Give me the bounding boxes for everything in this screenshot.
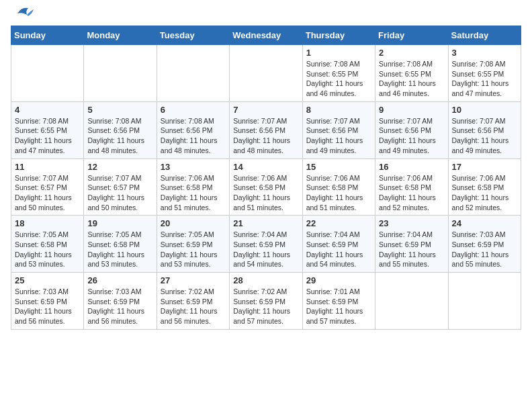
calendar-cell: 29Sunrise: 7:01 AM Sunset: 6:59 PM Dayli…: [302, 273, 375, 330]
calendar-cell: 3Sunrise: 7:08 AM Sunset: 6:55 PM Daylig…: [448, 45, 521, 102]
day-info: Sunrise: 7:03 AM Sunset: 6:59 PM Dayligh…: [452, 230, 517, 269]
logo: [11, 11, 34, 20]
calendar-cell: [157, 45, 229, 102]
calendar-cell: 1Sunrise: 7:08 AM Sunset: 6:55 PM Daylig…: [302, 45, 375, 102]
day-number: 10: [452, 105, 517, 115]
day-number: 21: [233, 218, 298, 228]
calendar-header-row: SundayMondayTuesdayWednesdayThursdayFrid…: [11, 26, 521, 45]
day-number: 5: [87, 105, 152, 115]
day-number: 27: [161, 275, 226, 285]
calendar-cell: 4Sunrise: 7:08 AM Sunset: 6:55 PM Daylig…: [11, 101, 84, 158]
calendar-cell: [11, 45, 84, 102]
calendar-cell: 18Sunrise: 7:05 AM Sunset: 6:58 PM Dayli…: [11, 216, 84, 273]
day-info: Sunrise: 7:07 AM Sunset: 6:56 PM Dayligh…: [379, 116, 444, 156]
day-info: Sunrise: 7:07 AM Sunset: 6:56 PM Dayligh…: [452, 116, 517, 156]
day-info: Sunrise: 7:08 AM Sunset: 6:56 PM Dayligh…: [87, 116, 152, 156]
day-number: 9: [379, 105, 444, 115]
day-info: Sunrise: 7:04 AM Sunset: 6:59 PM Dayligh…: [379, 230, 444, 269]
day-info: Sunrise: 7:02 AM Sunset: 6:59 PM Dayligh…: [161, 287, 226, 326]
day-info: Sunrise: 7:07 AM Sunset: 6:56 PM Dayligh…: [233, 116, 298, 156]
col-header-saturday: Saturday: [448, 26, 521, 45]
calendar-cell: 28Sunrise: 7:02 AM Sunset: 6:59 PM Dayli…: [230, 273, 302, 330]
day-info: Sunrise: 7:06 AM Sunset: 6:58 PM Dayligh…: [306, 173, 371, 213]
calendar-week-row: 1Sunrise: 7:08 AM Sunset: 6:55 PM Daylig…: [11, 45, 521, 102]
calendar-cell: 19Sunrise: 7:05 AM Sunset: 6:58 PM Dayli…: [84, 216, 157, 273]
calendar-cell: 10Sunrise: 7:07 AM Sunset: 6:56 PM Dayli…: [448, 101, 521, 158]
day-info: Sunrise: 7:08 AM Sunset: 6:56 PM Dayligh…: [161, 116, 226, 156]
day-number: 8: [306, 105, 371, 115]
day-info: Sunrise: 7:03 AM Sunset: 6:59 PM Dayligh…: [87, 287, 152, 326]
calendar-cell: 11Sunrise: 7:07 AM Sunset: 6:57 PM Dayli…: [11, 158, 84, 216]
day-info: Sunrise: 7:08 AM Sunset: 6:55 PM Dayligh…: [15, 116, 80, 156]
calendar-cell: 24Sunrise: 7:03 AM Sunset: 6:59 PM Dayli…: [448, 216, 521, 273]
day-info: Sunrise: 7:07 AM Sunset: 6:56 PM Dayligh…: [306, 116, 371, 156]
day-info: Sunrise: 7:01 AM Sunset: 6:59 PM Dayligh…: [306, 287, 371, 326]
day-number: 23: [379, 218, 444, 228]
day-info: Sunrise: 7:07 AM Sunset: 6:57 PM Dayligh…: [87, 173, 152, 213]
calendar-week-row: 11Sunrise: 7:07 AM Sunset: 6:57 PM Dayli…: [11, 158, 521, 216]
calendar-cell: 7Sunrise: 7:07 AM Sunset: 6:56 PM Daylig…: [230, 101, 302, 158]
day-number: 1: [306, 48, 371, 58]
calendar-cell: 15Sunrise: 7:06 AM Sunset: 6:58 PM Dayli…: [302, 158, 375, 216]
col-header-sunday: Sunday: [11, 26, 84, 45]
calendar-cell: 6Sunrise: 7:08 AM Sunset: 6:56 PM Daylig…: [157, 101, 229, 158]
calendar-cell: 8Sunrise: 7:07 AM Sunset: 6:56 PM Daylig…: [302, 101, 375, 158]
day-number: 11: [15, 162, 80, 172]
day-number: 24: [452, 218, 517, 228]
day-info: Sunrise: 7:06 AM Sunset: 6:58 PM Dayligh…: [233, 173, 298, 213]
calendar-cell: 25Sunrise: 7:03 AM Sunset: 6:59 PM Dayli…: [11, 273, 84, 330]
day-info: Sunrise: 7:05 AM Sunset: 6:58 PM Dayligh…: [15, 230, 80, 269]
day-number: 6: [161, 105, 226, 115]
col-header-wednesday: Wednesday: [230, 26, 302, 45]
calendar-cell: 2Sunrise: 7:08 AM Sunset: 6:55 PM Daylig…: [375, 45, 448, 102]
day-info: Sunrise: 7:02 AM Sunset: 6:59 PM Dayligh…: [233, 287, 298, 326]
day-number: 7: [233, 105, 298, 115]
calendar-cell: 23Sunrise: 7:04 AM Sunset: 6:59 PM Dayli…: [375, 216, 448, 273]
col-header-friday: Friday: [375, 26, 448, 45]
calendar-cell: 16Sunrise: 7:06 AM Sunset: 6:58 PM Dayli…: [375, 158, 448, 216]
calendar-cell: 26Sunrise: 7:03 AM Sunset: 6:59 PM Dayli…: [84, 273, 157, 330]
day-info: Sunrise: 7:03 AM Sunset: 6:59 PM Dayligh…: [15, 287, 80, 326]
calendar-cell: 14Sunrise: 7:06 AM Sunset: 6:58 PM Dayli…: [230, 158, 302, 216]
day-info: Sunrise: 7:05 AM Sunset: 6:59 PM Dayligh…: [161, 230, 226, 269]
day-number: 13: [161, 162, 226, 172]
day-info: Sunrise: 7:08 AM Sunset: 6:55 PM Dayligh…: [306, 59, 371, 99]
calendar-cell: [230, 45, 302, 102]
day-number: 14: [233, 162, 298, 172]
calendar-cell: 21Sunrise: 7:04 AM Sunset: 6:59 PM Dayli…: [230, 216, 302, 273]
day-number: 2: [379, 48, 444, 58]
day-info: Sunrise: 7:07 AM Sunset: 6:57 PM Dayligh…: [15, 173, 80, 213]
day-number: 29: [306, 275, 371, 285]
day-number: 22: [306, 218, 371, 228]
calendar-cell: 20Sunrise: 7:05 AM Sunset: 6:59 PM Dayli…: [157, 216, 229, 273]
calendar-week-row: 25Sunrise: 7:03 AM Sunset: 6:59 PM Dayli…: [11, 273, 521, 330]
day-info: Sunrise: 7:08 AM Sunset: 6:55 PM Dayligh…: [379, 59, 444, 99]
calendar-cell: 22Sunrise: 7:04 AM Sunset: 6:59 PM Dayli…: [302, 216, 375, 273]
day-number: 25: [15, 275, 80, 285]
day-number: 16: [379, 162, 444, 172]
calendar-cell: 5Sunrise: 7:08 AM Sunset: 6:56 PM Daylig…: [84, 101, 157, 158]
day-number: 18: [15, 218, 80, 228]
page-header: [11, 11, 521, 20]
day-number: 19: [87, 218, 152, 228]
day-info: Sunrise: 7:04 AM Sunset: 6:59 PM Dayligh…: [306, 230, 371, 269]
calendar-cell: 27Sunrise: 7:02 AM Sunset: 6:59 PM Dayli…: [157, 273, 229, 330]
day-number: 15: [306, 162, 371, 172]
calendar-cell: 17Sunrise: 7:06 AM Sunset: 6:58 PM Dayli…: [448, 158, 521, 216]
day-number: 17: [452, 162, 517, 172]
day-info: Sunrise: 7:04 AM Sunset: 6:59 PM Dayligh…: [233, 230, 298, 269]
day-info: Sunrise: 7:06 AM Sunset: 6:58 PM Dayligh…: [452, 173, 517, 213]
day-number: 26: [87, 275, 152, 285]
col-header-thursday: Thursday: [302, 26, 375, 45]
calendar-table: SundayMondayTuesdayWednesdayThursdayFrid…: [11, 26, 521, 330]
day-number: 12: [87, 162, 152, 172]
day-number: 4: [15, 105, 80, 115]
day-number: 3: [452, 48, 517, 58]
calendar-cell: 13Sunrise: 7:06 AM Sunset: 6:58 PM Dayli…: [157, 158, 229, 216]
calendar-cell: [375, 273, 448, 330]
calendar-cell: 12Sunrise: 7:07 AM Sunset: 6:57 PM Dayli…: [84, 158, 157, 216]
calendar-cell: 9Sunrise: 7:07 AM Sunset: 6:56 PM Daylig…: [375, 101, 448, 158]
calendar-cell: [84, 45, 157, 102]
day-info: Sunrise: 7:06 AM Sunset: 6:58 PM Dayligh…: [379, 173, 444, 213]
calendar-week-row: 4Sunrise: 7:08 AM Sunset: 6:55 PM Daylig…: [11, 101, 521, 158]
